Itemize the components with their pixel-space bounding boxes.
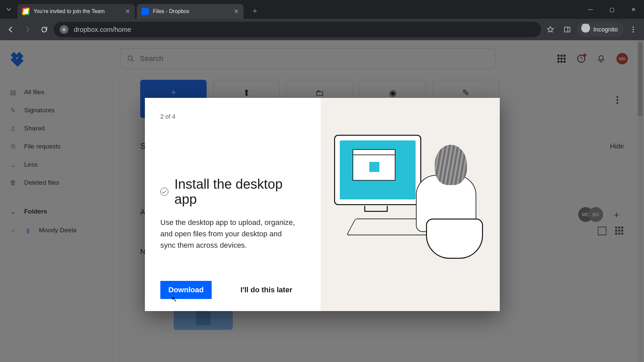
window-controls: ― ▢ ✕: [580, 0, 644, 19]
svg-point-3: [633, 29, 634, 30]
url-text: dropbox.com/home: [74, 26, 131, 34]
tab-title: You're invited to join the Team: [34, 8, 122, 14]
dropbox-icon: [142, 8, 149, 15]
reload-button[interactable]: [37, 22, 52, 37]
close-icon[interactable]: ✕: [125, 8, 130, 15]
address-bar: ⚙ dropbox.com/home Incognito: [0, 19, 644, 40]
bookmark-button[interactable]: [543, 22, 558, 37]
tab-dropbox[interactable]: Files - Dropbox ✕: [137, 4, 244, 19]
do-later-link[interactable]: I'll do this later: [240, 286, 292, 294]
step-indicator: 2 of 4: [160, 113, 307, 120]
cursor-icon: ↖: [171, 295, 177, 304]
minimize-button[interactable]: ―: [580, 0, 601, 19]
new-tab-button[interactable]: ＋: [248, 4, 262, 17]
modal-actions: Download I'll do this later: [160, 281, 307, 299]
puzzle-icon: [369, 162, 379, 172]
arrow-left-icon: [7, 26, 14, 33]
check-circle-icon: [160, 188, 168, 196]
modal-title: Install the desktop app: [174, 177, 307, 207]
incognito-indicator[interactable]: Incognito: [577, 22, 624, 37]
tab-gmail[interactable]: You're invited to join the Team ✕: [17, 4, 135, 19]
viewport: Search ? MD ▤ All: [0, 40, 644, 362]
browser-tab-strip: You're invited to join the Team ✕ Files …: [0, 0, 644, 19]
svg-rect-0: [565, 27, 570, 32]
chevron-down-icon: [6, 7, 11, 12]
maximize-button[interactable]: ▢: [601, 0, 623, 19]
panel-icon: [564, 26, 571, 33]
modal-title-row: Install the desktop app: [160, 177, 307, 207]
gmail-icon: [22, 8, 30, 15]
modal-content: 2 of 4 Install the desktop app Use the d…: [145, 98, 321, 311]
forward-button[interactable]: [20, 22, 35, 37]
side-panel-button[interactable]: [560, 22, 575, 37]
download-button[interactable]: Download: [160, 281, 212, 299]
reload-icon: [41, 26, 48, 33]
kebab-icon: [630, 26, 637, 33]
onboarding-modal: 2 of 4 Install the desktop app Use the d…: [145, 98, 500, 311]
arrow-right-icon: [24, 26, 31, 33]
browser-menu-button[interactable]: [626, 22, 641, 37]
tab-title: Files - Dropbox: [153, 8, 230, 14]
star-icon: [546, 25, 554, 34]
modal-description: Use the desktop app to upload, organize,…: [160, 217, 298, 251]
svg-point-4: [633, 31, 634, 33]
back-button[interactable]: [3, 22, 18, 37]
site-settings-icon[interactable]: ⚙: [60, 25, 68, 34]
svg-point-2: [633, 26, 634, 28]
url-field[interactable]: ⚙ dropbox.com/home: [54, 22, 541, 37]
incognito-label: Incognito: [593, 26, 618, 33]
tab-search-button[interactable]: [0, 0, 17, 19]
person-illustration: [406, 145, 483, 255]
close-icon[interactable]: ✕: [234, 8, 239, 15]
close-window-button[interactable]: ✕: [623, 0, 644, 19]
incognito-icon: [581, 26, 590, 33]
modal-illustration: [321, 98, 500, 311]
